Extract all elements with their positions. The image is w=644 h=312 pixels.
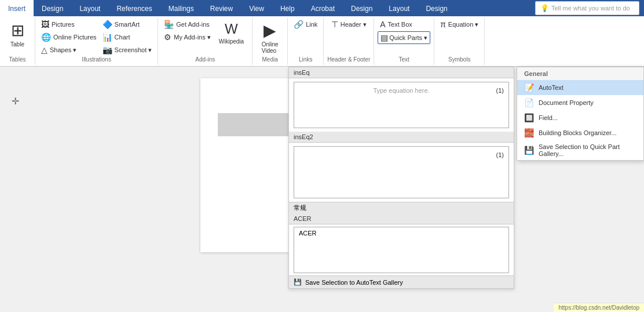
tab-design-3[interactable]: Design (418, 0, 455, 16)
my-addins-icon: ⚙ (164, 32, 171, 42)
symbols-col: π Equation ▾ (438, 19, 481, 30)
eq-footer[interactable]: 💾 Save Selection to AutoText Gallery (289, 275, 514, 288)
tab-layout-1[interactable]: Layout (71, 0, 108, 16)
save-quick-label: Save Selection to Quick Part Gallery... (539, 143, 636, 157)
field-icon: 🔲 (524, 113, 534, 122)
tell-me-placeholder: Tell me what you want to do (551, 5, 630, 12)
main-area: ✛ insEq Type equation here. (1) insEq2 (… (0, 67, 644, 312)
save-autotext-icon: 💾 (294, 278, 302, 286)
equation-icon: π (440, 20, 446, 29)
field-label: Field... (539, 114, 558, 121)
tab-design-2[interactable]: Design (343, 0, 380, 16)
eq-header-2: insEq2 (289, 132, 514, 143)
tell-me-bar[interactable]: 💡 Tell me what you want to do (535, 1, 639, 15)
online-video-button[interactable]: ▶ OnlineVideo (256, 19, 284, 56)
tab-layout-2[interactable]: Layout (380, 0, 418, 16)
group-text: A Text Box ▤ Quick Parts ▾ Text (374, 17, 434, 65)
group-symbols-label: Symbols (448, 56, 470, 64)
group-tables-label: Tables (9, 56, 26, 64)
addins-col: 🏪 Get Add-ins ⚙ My Add-ins ▾ (162, 19, 213, 43)
links-col: 🔗 Link (291, 19, 320, 30)
autotext-icon: 📝 (524, 83, 534, 92)
eq-number-2: (1) (496, 151, 504, 158)
group-addins-label: Add-ins (195, 56, 215, 64)
group-links-label: Links (299, 56, 312, 64)
tab-insert[interactable]: Insert (0, 0, 34, 16)
eq-box-2[interactable]: (1) (294, 146, 509, 198)
quick-parts-button[interactable]: ▤ Quick Parts ▾ (378, 31, 430, 44)
add-table-icon: ✛ (12, 96, 19, 107)
pictures-icon: 🖼 (41, 20, 49, 29)
header-button[interactable]: ⊤ Header ▾ (329, 19, 369, 30)
table-button[interactable]: ⊞ Table (3, 19, 31, 50)
group-addins: 🏪 Get Add-ins ⚙ My Add-ins ▾ W Wikipedia… (158, 17, 253, 65)
illustrations-col2: 🔷 SmartArt 📊 Chart 📷 Screenshot ▾ (100, 19, 155, 56)
dropdown-item-building-blocks[interactable]: 🧱 Building Blocks Organizer... (517, 125, 643, 140)
smartart-button[interactable]: 🔷 SmartArt (100, 19, 155, 30)
online-pictures-button[interactable]: 🌐 Online Pictures (39, 31, 99, 43)
group-text-label: Text (399, 56, 409, 64)
tab-design-1[interactable]: Design (34, 0, 71, 16)
document-property-icon: 📄 (524, 98, 534, 107)
tab-acrobat[interactable]: Acrobat (303, 0, 343, 16)
building-blocks-icon: 🧱 (524, 128, 534, 137)
group-media: ▶ OnlineVideo Media (253, 17, 288, 65)
dropdown-general-label: General (517, 67, 643, 80)
group-links: 🔗 Link Links (288, 17, 324, 65)
text-col: A Text Box ▤ Quick Parts ▾ (378, 19, 430, 44)
group-tables: ⊞ Table Tables (0, 17, 35, 65)
dropdown-item-autotext[interactable]: 📝 AutoText (517, 80, 643, 95)
chart-button[interactable]: 📊 Chart (100, 31, 155, 43)
group-media-label: Media (262, 56, 278, 64)
link-icon: 🔗 (294, 20, 303, 29)
dropdown-item-field[interactable]: 🔲 Field... (517, 110, 643, 125)
lightbulb-icon: 💡 (540, 4, 549, 12)
addins-icon: 🏪 (164, 20, 174, 29)
tab-review[interactable]: Review (202, 0, 241, 16)
shapes-button[interactable]: △ Shapes ▾ (39, 44, 99, 56)
wikipedia-button[interactable]: W Wikipedia (214, 19, 248, 47)
eq-placeholder: Type equation here. (373, 87, 429, 94)
screenshot-button[interactable]: 📷 Screenshot ▾ (100, 44, 155, 56)
dropdown-item-document-property[interactable]: 📄 Document Property (517, 95, 643, 110)
header-icon: ⊤ (331, 20, 338, 29)
tab-mailings[interactable]: Mailings (160, 0, 202, 16)
online-pictures-icon: 🌐 (41, 32, 51, 42)
tab-references[interactable]: References (108, 0, 160, 16)
quick-parts-icon: ▤ (380, 33, 388, 42)
group-header-footer-label: Header & Footer (327, 56, 370, 64)
save-quick-icon: 💾 (524, 146, 534, 155)
save-autotext-label: Save Selection to AutoText Gallery (305, 279, 403, 286)
eq-header-1: insEq (289, 67, 514, 78)
dropdown-item-save-quick-part[interactable]: 💾 Save Selection to Quick Part Gallery..… (517, 140, 643, 160)
textbox-button[interactable]: A Text Box (378, 19, 430, 30)
link-button[interactable]: 🔗 Link (291, 19, 320, 30)
equation-button[interactable]: π Equation ▾ (438, 19, 481, 30)
general-label: General (524, 70, 548, 77)
eq-section-normal: 常规 (289, 202, 514, 213)
pictures-button[interactable]: 🖼 Pictures (39, 19, 99, 30)
eq-header-acer: ACER (289, 213, 514, 224)
acer-box[interactable]: ACER (294, 227, 509, 273)
screenshot-icon: 📷 (103, 45, 112, 55)
eq-box-1[interactable]: Type equation here. (1) (294, 82, 509, 128)
building-blocks-label: Building Blocks Organizer... (539, 129, 617, 136)
group-illustrations-label: Illustrations (82, 56, 111, 64)
url-hint: https://blog.csdn.net/Davidletop (554, 303, 644, 312)
group-symbols: π Equation ▾ Symbols (434, 17, 485, 65)
smartart-icon: 🔷 (103, 20, 112, 29)
my-addins-button[interactable]: ⚙ My Add-ins ▾ (162, 31, 213, 43)
header-footer-col: ⊤ Header ▾ (329, 19, 369, 30)
video-icon: ▶ (264, 21, 276, 40)
group-header-footer: ⊤ Header ▾ Header & Footer (324, 17, 374, 65)
tab-help[interactable]: Help (272, 0, 303, 16)
acer-content: ACER (299, 230, 504, 237)
ribbon-content: ⊞ Table Tables 🖼 Pictures 🌐 Online Pictu… (0, 16, 644, 67)
shapes-icon: △ (41, 45, 47, 55)
get-addins-button[interactable]: 🏪 Get Add-ins (162, 19, 213, 30)
eq-number-1: (1) (496, 87, 504, 94)
autotext-label: AutoText (539, 84, 564, 91)
textbox-icon: A (380, 20, 385, 29)
tab-view[interactable]: View (241, 0, 272, 16)
equation-panel: insEq Type equation here. (1) insEq2 (1)… (288, 67, 514, 289)
